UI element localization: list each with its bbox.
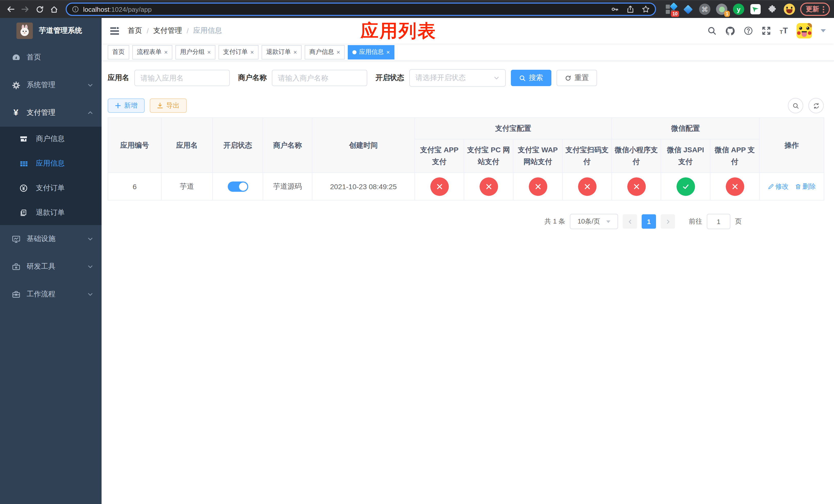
col-operations: 操作 <box>760 118 824 173</box>
sidebar-logo[interactable]: 芋道管理系统 <box>0 18 102 44</box>
breadcrumb-payment[interactable]: 支付管理 <box>153 26 182 36</box>
export-button[interactable]: 导出 <box>150 98 187 113</box>
home-icon[interactable] <box>47 3 61 16</box>
channel-status-icon <box>676 177 695 196</box>
extension-grid-icon[interactable]: 10 <box>665 4 677 15</box>
avatar-dropdown-caret[interactable] <box>821 29 826 32</box>
col-alipay-wap: 支付宝 WAP 网站支付 <box>513 139 563 173</box>
reset-button[interactable]: 重置 <box>556 70 597 86</box>
yen-icon: ¥ <box>10 108 22 118</box>
tab-user-group[interactable]: 用户分组× <box>175 45 215 59</box>
tab-merchant-info[interactable]: 商户信息× <box>305 45 345 59</box>
status-select[interactable]: 请选择开启状态 <box>409 69 506 87</box>
table-row: 6 芋道 芋道源码 2021-10-23 08:49:25 <box>108 173 824 200</box>
sidebar-item-merchant-info[interactable]: 商户信息 <box>0 127 102 151</box>
extension-badge-1: 1 <box>724 11 730 17</box>
next-page-button[interactable] <box>661 214 675 229</box>
sidebar-item-workflow[interactable]: 工作流程 <box>0 280 102 308</box>
extension-kite-icon[interactable] <box>682 4 694 15</box>
extension-y-icon[interactable]: y <box>733 4 744 15</box>
sidebar-item-home[interactable]: 首页 <box>0 44 102 71</box>
tab-pay-order[interactable]: 支付订单× <box>219 45 259 59</box>
prev-page-button[interactable] <box>623 214 637 229</box>
close-icon[interactable]: × <box>250 49 254 55</box>
breadcrumb-home[interactable]: 首页 <box>128 26 142 36</box>
sidebar-item-system[interactable]: 系统管理 <box>0 71 102 99</box>
browser-profile-avatar[interactable] <box>784 4 795 15</box>
app-header: 首页 / 支付管理 / 应用信息 应用列表 <box>102 18 834 44</box>
sidebar-item-refund-orders[interactable]: 退款订单 <box>0 201 102 225</box>
tab-process-form[interactable]: 流程表单× <box>132 45 172 59</box>
edit-link[interactable]: 修改 <box>768 182 789 191</box>
close-icon[interactable]: × <box>336 49 340 55</box>
site-info-icon[interactable] <box>72 6 79 13</box>
search-button[interactable]: 搜索 <box>511 70 551 86</box>
table-grid-icon <box>19 159 29 168</box>
extensions-puzzle-icon[interactable] <box>767 4 778 15</box>
delete-link[interactable]: 删除 <box>795 182 816 191</box>
col-wechat-jsapi: 微信 JSAPI 支付 <box>661 139 710 173</box>
tab-home[interactable]: 首页 <box>108 45 129 59</box>
reload-icon[interactable] <box>33 3 46 16</box>
merchant-name-input[interactable] <box>272 70 367 86</box>
help-icon[interactable] <box>744 26 753 36</box>
chevron-down-icon <box>87 291 93 297</box>
status-toggle[interactable] <box>227 181 248 191</box>
close-icon[interactable]: × <box>164 49 168 55</box>
total-count: 共 1 条 <box>545 217 565 226</box>
add-button[interactable]: 新增 <box>108 98 145 113</box>
chevron-up-icon <box>87 110 93 116</box>
refresh-button[interactable] <box>808 98 824 113</box>
back-icon[interactable] <box>4 3 18 16</box>
tab-refund-order[interactable]: 退款订单× <box>262 45 302 59</box>
page-annotation: 应用列表 <box>360 19 437 43</box>
chevron-down-icon <box>87 236 93 242</box>
github-icon[interactable] <box>725 26 735 36</box>
page-1-button[interactable]: 1 <box>642 214 656 229</box>
close-icon[interactable]: × <box>386 49 390 55</box>
forward-icon[interactable] <box>19 3 32 16</box>
app-title: 芋道管理系统 <box>39 26 82 36</box>
toolbox-icon <box>10 262 22 271</box>
col-status: 开启状态 <box>213 118 263 173</box>
goto-page-input[interactable] <box>707 214 730 229</box>
extension-recorder-icon[interactable]: 1 <box>716 4 727 15</box>
tab-app-info[interactable]: 应用信息× <box>348 45 394 59</box>
fullscreen-icon[interactable] <box>762 26 771 36</box>
extension-chat-icon[interactable] <box>750 4 761 15</box>
sidebar-item-pay-orders[interactable]: 支付订单 <box>0 176 102 201</box>
col-alipay-app: 支付宝 APP 支付 <box>415 139 464 173</box>
bookmark-star-icon[interactable] <box>642 5 650 13</box>
col-alipay-pc: 支付宝 PC 网站支付 <box>464 139 513 173</box>
col-alipay-qr: 支付宝扫码支付 <box>563 139 612 173</box>
app-name-input[interactable] <box>134 70 230 86</box>
breadcrumb-current: 应用信息 <box>193 26 222 36</box>
share-icon[interactable] <box>626 5 635 13</box>
page-content: 应用名 商户名称 开启状态 请选择开启状态 搜索 <box>102 61 834 504</box>
col-created: 创建时间 <box>312 118 415 173</box>
sidebar-collapse-icon[interactable] <box>110 26 119 36</box>
tags-view-bar: 首页 流程表单× 用户分组× 支付订单× 退款订单× 商户信息× 应用信息× <box>102 44 834 61</box>
page-size-select[interactable]: 10条/页 <box>570 214 618 229</box>
close-icon[interactable]: × <box>293 49 297 55</box>
sidebar-item-app-info[interactable]: 应用信息 <box>0 151 102 176</box>
header-search-icon[interactable] <box>707 26 717 36</box>
sidebar-item-dev-tools[interactable]: 研发工具 <box>0 253 102 280</box>
key-icon[interactable] <box>611 5 619 13</box>
extension-command-icon[interactable]: ⌘ <box>699 4 710 15</box>
gear-icon <box>10 81 22 90</box>
cell-created: 2021-10-23 08:49:25 <box>312 173 415 200</box>
sidebar-item-infrastructure[interactable]: 基础设施 <box>0 225 102 253</box>
browser-menu-icon[interactable] <box>823 6 824 13</box>
font-size-icon[interactable]: TT <box>780 27 788 35</box>
channel-status-icon <box>430 177 448 196</box>
close-icon[interactable]: × <box>207 49 211 55</box>
merchant-name-label: 商户名称 <box>238 73 267 83</box>
sidebar-item-payment[interactable]: ¥ 支付管理 <box>0 99 102 127</box>
app-name-label: 应用名 <box>108 73 129 83</box>
hide-search-button[interactable] <box>788 98 803 113</box>
browser-update-button[interactable]: 更新 <box>800 3 830 16</box>
channel-status-icon <box>627 177 645 196</box>
address-bar[interactable]: localhost:1024/pay/app <box>66 3 656 16</box>
user-avatar[interactable] <box>796 23 812 39</box>
